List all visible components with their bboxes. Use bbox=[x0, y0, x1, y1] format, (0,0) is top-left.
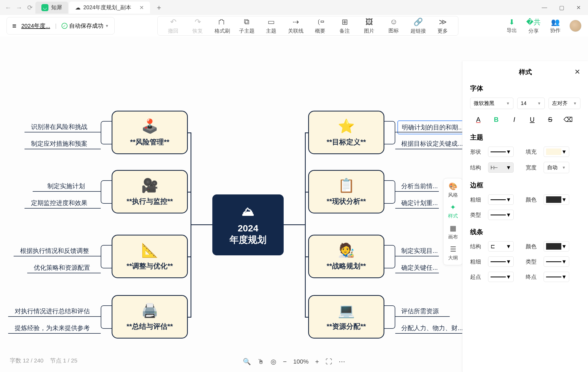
border-color-select[interactable]: ▼ bbox=[544, 194, 569, 205]
close-window-icon[interactable]: ✕ bbox=[576, 4, 581, 11]
leaf[interactable]: 识别潜在风险和挑战 bbox=[27, 120, 91, 133]
branch-exec[interactable]: 🎥 **执行与监控** bbox=[112, 170, 188, 213]
underline-button[interactable]: U bbox=[524, 114, 540, 125]
minimize-icon[interactable]: — bbox=[542, 4, 547, 11]
brush-icon: ⛫ bbox=[218, 17, 226, 26]
line-structure-select[interactable]: ⊏▼ bbox=[488, 241, 514, 252]
fill-select[interactable]: ▼ bbox=[544, 147, 569, 157]
leaf[interactable]: 制定实施计划 bbox=[44, 180, 89, 193]
border-thickness-select[interactable]: ▼ bbox=[488, 194, 514, 205]
tab-document[interactable]: ☁ 2024年度规划_副本 ✕ bbox=[69, 2, 150, 14]
line-start-select[interactable]: ▼ bbox=[488, 272, 514, 282]
branch-summary[interactable]: 🖨️ **总结与评估** bbox=[112, 295, 188, 339]
leaf[interactable]: 制定实现目... bbox=[397, 244, 442, 257]
topic-button[interactable]: ▭主题 bbox=[259, 17, 283, 35]
new-tab-icon[interactable]: ＋ bbox=[151, 3, 167, 12]
branch-status[interactable]: 📋 **现状分析** bbox=[308, 170, 384, 213]
document-name[interactable]: 2024年度... bbox=[21, 22, 50, 30]
line-type-select[interactable]: ▼ bbox=[544, 256, 569, 267]
leaf[interactable]: 制定应对措施和预案 bbox=[27, 137, 91, 150]
more-button[interactable]: ≫更多 bbox=[430, 17, 455, 35]
list-icon: ☰ bbox=[450, 245, 456, 253]
collab-icon: 👥 bbox=[551, 18, 560, 26]
line-color-select[interactable]: ▼ bbox=[544, 241, 569, 252]
border-type-select[interactable]: ▼ bbox=[488, 210, 514, 220]
share-button[interactable]: �共分享 bbox=[523, 17, 544, 35]
undo-button[interactable]: ↶撤回 bbox=[161, 17, 185, 35]
hyperlink-button[interactable]: 🔗超链接 bbox=[406, 17, 430, 35]
line-end-select[interactable]: ▼ bbox=[544, 272, 569, 282]
branch-adjust[interactable]: 📐 **调整与优化** bbox=[112, 235, 188, 278]
tab-app[interactable]: ◡ 知犀 bbox=[35, 2, 68, 14]
menu-icon[interactable]: ≡ bbox=[12, 22, 16, 30]
redo-button[interactable]: ↷恢复 bbox=[185, 17, 210, 35]
relation-button[interactable]: ⇢关联线 bbox=[283, 17, 308, 35]
nav-forward-icon[interactable]: → bbox=[14, 2, 24, 13]
collab-button[interactable]: 👥协作 bbox=[545, 18, 566, 34]
zoom-level[interactable]: 100% bbox=[293, 358, 308, 365]
tab-style[interactable]: ✦样式 bbox=[443, 203, 463, 219]
zoom-out-icon[interactable]: − bbox=[283, 358, 287, 365]
leaf[interactable]: 确定关键任... bbox=[397, 261, 442, 274]
icon-button[interactable]: ☺图标 bbox=[381, 17, 406, 34]
autosave-status[interactable]: ✓ 自动保存成功 ▼ bbox=[62, 22, 109, 30]
clear-format-button[interactable]: ⌫ bbox=[560, 114, 576, 125]
leaf[interactable]: 优化策略和资源配置 bbox=[30, 261, 94, 274]
subtopic-button[interactable]: ⧉子主题 bbox=[234, 17, 259, 35]
tab-style-group[interactable]: 🎨风格 bbox=[443, 182, 463, 198]
structure-select[interactable]: ⊦⊢▼ bbox=[488, 162, 514, 173]
tab-canvas[interactable]: ▦画布 bbox=[443, 224, 463, 240]
font-family-select[interactable]: 微软雅黑▼ bbox=[470, 98, 513, 109]
nav-back-icon[interactable]: ← bbox=[3, 2, 14, 13]
leaf[interactable]: 根据目标设定关键成... bbox=[397, 137, 467, 150]
width-select[interactable]: 自动▼ bbox=[544, 162, 569, 173]
note-button[interactable]: ⊞备注 bbox=[332, 17, 357, 35]
font-section: 字体 bbox=[470, 84, 580, 93]
download-icon: ⬇ bbox=[509, 18, 515, 26]
line-thickness-select[interactable]: ▼ bbox=[488, 256, 514, 267]
link-icon: 🔗 bbox=[414, 17, 423, 26]
summary-button[interactable]: ⟮▭概要 bbox=[308, 17, 332, 35]
italic-button[interactable]: I bbox=[506, 114, 522, 125]
leaf[interactable]: 评估所需资源 bbox=[397, 305, 443, 318]
align-select[interactable]: 左对齐▼ bbox=[549, 98, 580, 109]
branch-goal[interactable]: ⭐ **目标定义** bbox=[308, 111, 384, 154]
font-size-select[interactable]: 14▼ bbox=[517, 98, 545, 109]
strike-button[interactable]: S bbox=[542, 114, 558, 125]
search-icon[interactable]: 🔍 bbox=[243, 358, 251, 365]
leaf[interactable]: 确定计划重... bbox=[397, 197, 442, 209]
star-badge-icon: ⭐ bbox=[338, 118, 355, 134]
shape-select[interactable]: ▼ bbox=[488, 147, 514, 157]
bold-button[interactable]: B bbox=[488, 114, 504, 125]
leaf[interactable]: 分配人力、物力、财... bbox=[397, 322, 467, 334]
leaf[interactable]: 定期监控进度和效果 bbox=[27, 197, 91, 209]
format-brush-button[interactable]: ⛫格式刷 bbox=[210, 17, 234, 35]
more-view-icon[interactable]: ⋯ bbox=[339, 358, 345, 365]
main-toolbar: ↶撤回 ↷恢复 ⛫格式刷 ⧉子主题 ▭主题 ⇢关联线 ⟮▭概要 ⊞备注 🖼图片 … bbox=[157, 16, 458, 36]
leaf[interactable]: 对执行情况进行总结和评估 bbox=[11, 305, 94, 318]
leaf[interactable]: 分析当前情... bbox=[397, 180, 442, 193]
summary-icon: ⟮▭ bbox=[316, 17, 324, 26]
zoom-in-icon[interactable]: + bbox=[315, 358, 319, 365]
image-button[interactable]: 🖼图片 bbox=[357, 17, 381, 35]
leaf[interactable]: 根据执行情况和反馈调整 bbox=[16, 244, 93, 257]
export-button[interactable]: ⬇导出 bbox=[501, 18, 522, 34]
branch-strategy[interactable]: 🧑‍🎨 **战略规划** bbox=[308, 235, 384, 278]
branch-resource[interactable]: 💻 **资源分配** bbox=[308, 295, 384, 339]
avatar[interactable] bbox=[569, 20, 581, 32]
subtopic-icon: ⧉ bbox=[244, 17, 249, 26]
mouse-icon[interactable]: 🖱 bbox=[258, 358, 264, 365]
maximize-icon[interactable]: ▢ bbox=[559, 4, 564, 11]
tab-outline[interactable]: ☰大纲 bbox=[443, 245, 463, 261]
central-node[interactable]: ⛰ 2024 年度规划 bbox=[212, 194, 284, 255]
share-icon: �共 bbox=[526, 17, 541, 27]
close-tab-icon[interactable]: ✕ bbox=[134, 4, 144, 11]
fit-icon[interactable]: ⛶ bbox=[326, 358, 332, 365]
font-color-button[interactable]: A bbox=[470, 114, 486, 125]
close-panel-icon[interactable]: ✕ bbox=[574, 68, 580, 76]
branch-risk[interactable]: 🕹️ **风险管理** bbox=[112, 111, 188, 154]
nav-refresh-icon[interactable]: ⟳ bbox=[24, 2, 35, 13]
target-icon[interactable]: ◎ bbox=[271, 358, 276, 365]
leaf[interactable]: 提炼经验，为未来提供参考 bbox=[11, 322, 94, 334]
smiley-icon: ☺ bbox=[390, 17, 398, 26]
